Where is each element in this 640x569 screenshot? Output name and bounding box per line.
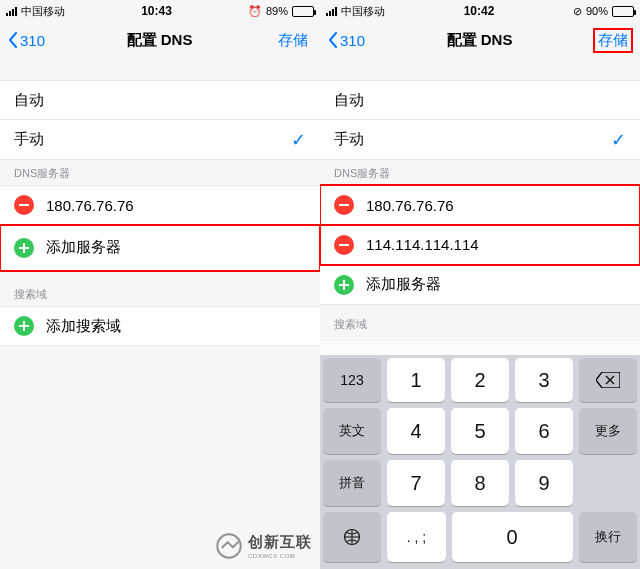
mode-manual[interactable]: 手动 ✓ [320,120,640,160]
dns-header: DNS服务器 [0,160,320,185]
backspace-icon [596,372,620,388]
mode-auto[interactable]: 自动 [0,80,320,120]
key-5[interactable]: 5 [451,408,509,454]
key-1[interactable]: 1 [387,358,445,402]
search-header: 搜索域 [320,311,640,336]
nav-bar: 310 配置 DNS 存储 [320,22,640,58]
carrier-label: 中国移动 [341,4,385,19]
save-button[interactable]: 存储 [594,29,632,52]
dns-value: 114.114.114.114 [366,236,479,253]
brand-sub: CDXWCX.COM [248,553,312,559]
delete-icon[interactable] [334,195,354,215]
svg-point-5 [217,534,240,557]
key-8[interactable]: 8 [451,460,509,506]
key-7[interactable]: 7 [387,460,445,506]
svg-rect-6 [339,204,349,206]
keyboard-fade [320,341,640,355]
key-backspace[interactable] [579,358,637,402]
svg-rect-2 [19,247,29,249]
brand-logo-icon [216,533,242,559]
key-3[interactable]: 3 [515,358,573,402]
key-pinyin[interactable]: 拼音 [323,460,381,506]
mode-auto-label: 自动 [14,91,44,110]
mode-auto[interactable]: 自动 [320,80,640,120]
dns-row[interactable]: 180.76.76.76 [320,185,640,225]
dns-row[interactable]: 180.76.76.76 [0,185,320,225]
orientation-lock-icon: ⊘ [573,5,582,18]
mode-auto-label: 自动 [334,91,364,110]
check-icon: ✓ [611,129,626,151]
back-label: 310 [20,32,45,49]
mode-manual-label: 手动 [334,130,364,149]
clock: 10:43 [141,4,172,18]
back-label: 310 [340,32,365,49]
add-icon[interactable] [334,275,354,295]
mode-manual-label: 手动 [14,130,44,149]
mode-manual[interactable]: 手动 ✓ [0,120,320,160]
dns-row[interactable]: 114.114.114.114 [320,225,640,265]
dns-add-label: 添加服务器 [366,275,441,294]
svg-rect-4 [19,325,29,327]
back-button[interactable]: 310 [8,32,45,49]
search-add-label: 添加搜索域 [46,317,121,336]
battery-icon [292,6,314,17]
back-button[interactable]: 310 [328,32,365,49]
svg-rect-0 [19,204,29,206]
battery-icon [612,6,634,17]
key-123[interactable]: 123 [323,358,381,402]
key-more[interactable]: 更多 [579,408,637,454]
signal-icon [6,7,17,16]
keyboard: 123 1 2 3 英文 4 5 6 更多 拼音 7 8 [320,355,640,569]
dns-header: DNS服务器 [320,160,640,185]
search-add-row[interactable]: 添加搜索域 [0,306,320,346]
save-button[interactable]: 存储 [274,29,312,52]
key-english[interactable]: 英文 [323,408,381,454]
delete-icon[interactable] [334,235,354,255]
dns-value: 180.76.76.76 [46,197,134,214]
dns-value: 180.76.76.76 [366,197,454,214]
key-4[interactable]: 4 [387,408,445,454]
battery-percent: 89% [266,5,288,17]
svg-rect-7 [339,244,349,246]
battery-percent: 90% [586,5,608,17]
add-icon[interactable] [14,238,34,258]
add-icon[interactable] [14,316,34,336]
key-0[interactable]: 0 [452,512,573,562]
key-2[interactable]: 2 [451,358,509,402]
key-globe[interactable] [323,512,381,562]
check-icon: ✓ [291,129,306,151]
delete-icon[interactable] [14,195,34,215]
carrier-label: 中国移动 [21,4,65,19]
page-title: 配置 DNS [447,31,513,50]
nav-bar: 310 配置 DNS 存储 [0,22,320,58]
svg-rect-9 [339,284,349,286]
key-6[interactable]: 6 [515,408,573,454]
status-bar: 中国移动 10:43 ⏰ 89% [0,0,320,22]
alarm-icon: ⏰ [248,5,262,18]
status-bar: 中国移动 10:42 ⊘ 90% [320,0,640,22]
clock: 10:42 [464,4,495,18]
brand-name: 创新互联 [248,533,312,550]
page-title: 配置 DNS [127,31,193,50]
key-9[interactable]: 9 [515,460,573,506]
dns-add-label: 添加服务器 [46,238,121,257]
key-return[interactable]: 换行 [579,512,637,562]
signal-icon [326,7,337,16]
key-punct[interactable]: . , ; [387,512,445,562]
search-header: 搜索域 [0,281,320,306]
dns-add-row[interactable]: 添加服务器 [0,225,320,271]
brand-watermark: 创新互联 CDXWCX.COM [216,533,312,559]
dns-add-row[interactable]: 添加服务器 [320,265,640,305]
globe-icon [343,528,361,546]
